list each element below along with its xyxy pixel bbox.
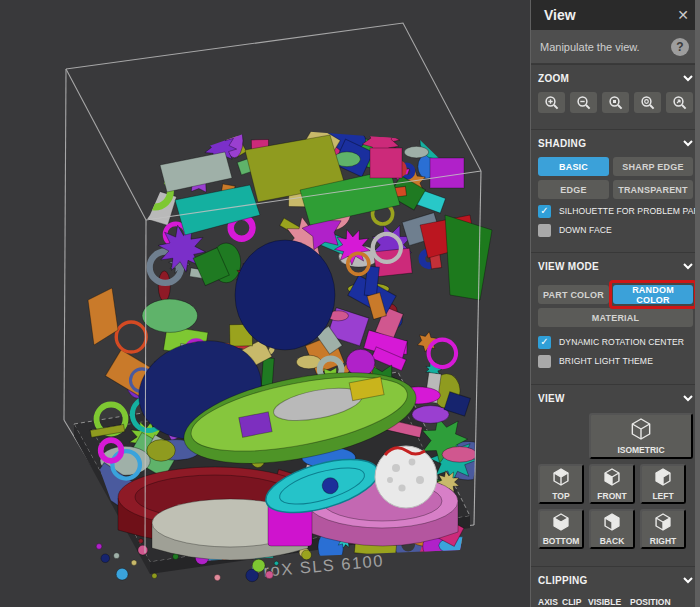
view-panel: View ✕ Manipulate the view. ? ZOOM bbox=[530, 0, 700, 607]
panel-scrollbar[interactable] bbox=[695, 0, 700, 607]
section-view: VIEW ISOMETRIC TOP FRONT LEFT bbox=[531, 384, 700, 556]
checkbox-bright-light-theme[interactable]: BRIGHT LIGHT THEME bbox=[538, 354, 693, 368]
view-front-button[interactable]: FRONT bbox=[589, 464, 635, 504]
view-top-label: TOP bbox=[552, 491, 569, 501]
shading-edge-button[interactable]: EDGE bbox=[538, 180, 609, 199]
chevron-down-icon bbox=[683, 75, 693, 82]
clipping-header-clip: CLIP bbox=[562, 597, 588, 607]
section-view-header[interactable]: VIEW bbox=[538, 388, 693, 409]
section-zoom-label: ZOOM bbox=[538, 73, 569, 84]
checkbox-label: BRIGHT LIGHT THEME bbox=[559, 356, 653, 366]
zoom-buttons bbox=[538, 92, 693, 113]
shading-transparent-button[interactable]: TRANSPARENT bbox=[613, 180, 693, 199]
section-clipping-label: CLIPPING bbox=[538, 575, 588, 586]
panel-title: View bbox=[544, 7, 576, 23]
viewport-3d-scene[interactable]: ProX SLS 6100 bbox=[0, 0, 530, 607]
checkbox-label: DOWN FACE bbox=[559, 225, 612, 235]
clipping-header-visible: VISIBLE bbox=[588, 597, 630, 607]
view-isometric-label: ISOMETRIC bbox=[617, 445, 664, 455]
shading-sharp-edge-button[interactable]: SHARP EDGE bbox=[613, 157, 693, 176]
checkbox-down-face[interactable]: DOWN FACE bbox=[538, 223, 693, 237]
close-icon[interactable]: ✕ bbox=[677, 8, 689, 22]
chevron-down-icon bbox=[683, 140, 693, 147]
checkbox-label: DYNAMIC ROTATION CENTER bbox=[559, 337, 684, 347]
view-top-button[interactable]: TOP bbox=[538, 464, 584, 504]
chevron-down-icon bbox=[683, 577, 693, 584]
view-right-label: RIGHT bbox=[650, 536, 676, 546]
section-view-mode: VIEW MODE PART COLOR RANDOM COLOR MATERI… bbox=[531, 252, 700, 375]
help-icon[interactable]: ? bbox=[671, 38, 689, 56]
view-front-label: FRONT bbox=[597, 491, 626, 501]
zoom-window-icon bbox=[608, 95, 624, 111]
section-clipping-header[interactable]: CLIPPING bbox=[538, 570, 693, 591]
section-view-mode-label: VIEW MODE bbox=[538, 261, 599, 272]
zoom-extents-icon bbox=[640, 95, 656, 111]
view-left-button[interactable]: LEFT bbox=[640, 464, 686, 504]
shading-basic-button[interactable]: BASIC bbox=[538, 157, 609, 176]
section-view-label: VIEW bbox=[538, 393, 565, 404]
zoom-in-button[interactable] bbox=[538, 92, 565, 113]
section-shading: SHADING BASIC SHARP EDGE EDGE TRANSPAREN… bbox=[531, 129, 700, 244]
section-shading-header[interactable]: SHADING bbox=[538, 133, 693, 154]
cube-left-icon bbox=[654, 468, 672, 488]
cube-top-icon bbox=[552, 468, 570, 488]
view-grid-spacer bbox=[538, 413, 584, 459]
checkbox-silhouette-for-problem-parts[interactable]: ✓ SILHOUETTE FOR PROBLEM PARTS bbox=[538, 204, 693, 218]
view-mode-random-color-button[interactable]: RANDOM COLOR bbox=[613, 285, 693, 304]
zoom-fit-button[interactable] bbox=[666, 92, 693, 113]
checkbox-box[interactable] bbox=[538, 224, 551, 237]
clipping-header-position: POSITION bbox=[630, 597, 671, 607]
chevron-down-icon bbox=[683, 263, 693, 270]
view-mode-part-color-button[interactable]: PART COLOR bbox=[538, 285, 609, 304]
zoom-extents-button[interactable] bbox=[634, 92, 661, 113]
section-view-mode-header[interactable]: VIEW MODE bbox=[538, 256, 693, 277]
checkbox-dynamic-rotation-center[interactable]: ✓ DYNAMIC ROTATION CENTER bbox=[538, 335, 693, 349]
section-shading-label: SHADING bbox=[538, 138, 586, 149]
checkbox-box[interactable] bbox=[538, 355, 551, 368]
panel-scrollbar-thumb[interactable] bbox=[695, 0, 700, 607]
checkbox-box[interactable]: ✓ bbox=[538, 336, 551, 349]
checkbox-box[interactable]: ✓ bbox=[538, 205, 551, 218]
view-isometric-button[interactable]: ISOMETRIC bbox=[589, 413, 693, 459]
section-zoom: ZOOM bbox=[531, 64, 700, 120]
section-zoom-header[interactable]: ZOOM bbox=[538, 68, 693, 89]
clipping-table-header: AXIS CLIP VISIBLE POSITION bbox=[538, 595, 693, 607]
view-left-label: LEFT bbox=[652, 491, 673, 501]
panel-titlebar: View ✕ bbox=[531, 0, 700, 30]
view-back-label: BACK bbox=[600, 536, 625, 546]
zoom-window-button[interactable] bbox=[602, 92, 629, 113]
cube-isometric-icon bbox=[630, 418, 652, 442]
zoom-fit-icon bbox=[672, 95, 688, 111]
cube-right-icon bbox=[654, 513, 672, 533]
chevron-down-icon bbox=[683, 395, 693, 402]
cube-bottom-icon bbox=[552, 513, 570, 533]
view-bottom-label: BOTTOM bbox=[543, 536, 580, 546]
zoom-out-icon bbox=[576, 95, 592, 111]
viewport-3d[interactable]: ProX SLS 6100 bbox=[0, 0, 530, 607]
section-clipping: CLIPPING AXIS CLIP VISIBLE POSITION X in… bbox=[531, 566, 700, 607]
view-bottom-button[interactable]: BOTTOM bbox=[538, 509, 584, 549]
zoom-out-button[interactable] bbox=[570, 92, 597, 113]
panel-description: Manipulate the view. bbox=[540, 41, 640, 53]
cube-front-icon bbox=[603, 468, 621, 488]
cube-back-icon bbox=[603, 513, 621, 533]
clipping-header-axis: AXIS bbox=[538, 597, 562, 607]
view-right-button[interactable]: RIGHT bbox=[640, 509, 686, 549]
zoom-in-icon bbox=[544, 95, 560, 111]
panel-description-row: Manipulate the view. ? bbox=[531, 30, 700, 64]
checkbox-label: SILHOUETTE FOR PROBLEM PARTS bbox=[559, 206, 700, 216]
view-back-button[interactable]: BACK bbox=[589, 509, 635, 549]
view-mode-material-button[interactable]: MATERIAL bbox=[538, 308, 693, 327]
